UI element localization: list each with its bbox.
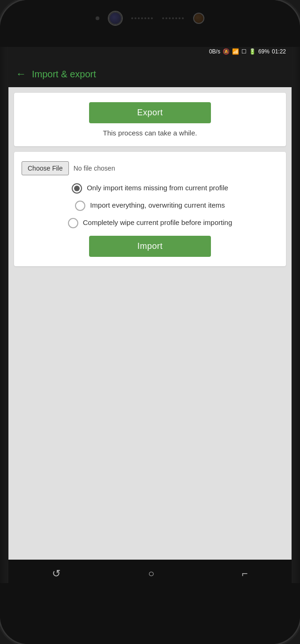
nav-back-button[interactable]: ↺ [52,568,60,580]
status-bar-right: 0B/s 🔕 📶 ☐ 🔋 69% 01:22 [209,48,286,55]
status-bar: 0B/s 🔕 📶 ☐ 🔋 69% 01:22 [8,42,292,61]
back-button[interactable]: ← [16,69,26,79]
radio-label-3: Completely wipe current profile before i… [83,217,232,227]
content-area: Export This process can take a while. Ch… [8,87,292,588]
radio-button-2[interactable] [75,201,85,211]
flash-led [193,13,204,24]
radio-options: Only import items missing from current p… [22,183,278,228]
file-chooser-row: Choose File No file chosen [22,161,115,175]
sim-icon: ☐ [241,48,247,55]
screen: 0B/s 🔕 📶 ☐ 🔋 69% 01:22 ← Import & export… [8,42,292,588]
radio-button-1[interactable] [72,183,82,194]
nav-recent-button[interactable]: ⌐ [242,568,248,580]
camera-area [96,12,204,25]
import-card: Choose File No file chosen Only import i… [14,152,286,266]
nav-home-button[interactable]: ○ [148,568,154,580]
front-camera [109,12,122,25]
bottom-nav: ↺ ○ ⌐ [8,560,292,588]
choose-file-button[interactable]: Choose File [22,161,69,175]
radio-button-3[interactable] [68,218,78,228]
mute-icon: 🔕 [223,48,230,55]
no-file-label: No file chosen [74,165,115,172]
speaker [131,17,153,19]
export-button[interactable]: Export [89,102,211,123]
battery-icon: 🔋 [249,48,256,55]
app-header: ← Import & export [8,61,292,87]
time-display: 01:22 [272,48,286,55]
page-title: Import & export [32,69,96,80]
sensor-dot [96,16,99,20]
battery-percent: 69% [258,48,270,55]
import-button[interactable]: Import [89,236,211,257]
export-card: Export This process can take a while. [14,93,286,146]
radio-label-2: Import everything, overwriting current i… [90,200,225,210]
wifi-icon: 📶 [232,48,239,55]
radio-label-1: Only import items missing from current p… [87,183,228,193]
data-speed: 0B/s [209,48,220,55]
radio-option-3[interactable]: Completely wipe current profile before i… [68,217,232,228]
radio-option-2[interactable]: Import everything, overwriting current i… [75,200,225,211]
phone-frame: 0B/s 🔕 📶 ☐ 🔋 69% 01:22 ← Import & export… [0,0,300,644]
radio-option-1[interactable]: Only import items missing from current p… [72,183,228,194]
export-subtitle: This process can take a while. [103,129,197,137]
speaker-right [162,17,184,19]
